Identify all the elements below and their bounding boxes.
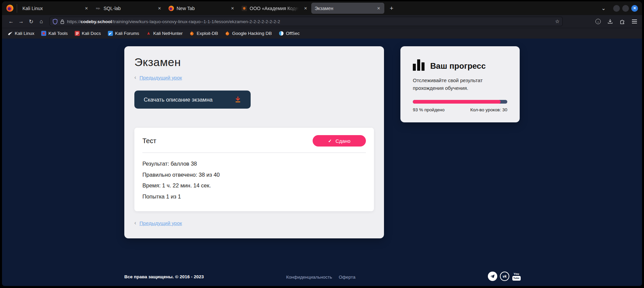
passed-status-badge: ✓ Сдано (313, 135, 366, 147)
bookmark-offsec[interactable]: OffSec (278, 31, 300, 36)
firefox-icon[interactable] (6, 5, 13, 12)
bookmark-kali-docs[interactable]: Kali Docs (74, 31, 101, 36)
result-time: Время: 1 ч. 22 мин. 14 сек. (142, 182, 366, 189)
bookmark-label: Kali NetHunter (153, 31, 183, 36)
bookmark-label: Google Hacking DB (232, 31, 272, 36)
offsec-icon (278, 31, 284, 36)
sql-favicon-icon: SQL (95, 6, 101, 11)
window-close-button[interactable]: ✕ (631, 5, 638, 12)
url-scheme: https:// (67, 19, 81, 24)
bookmark-google-hacking-db[interactable]: Google Hacking DB (225, 31, 272, 36)
test-result-card: Тест ✓ Сдано Результат: баллов 38 Правил… (134, 128, 374, 211)
close-tab-icon[interactable]: ✕ (230, 6, 235, 11)
download-exam-description-button[interactable]: Скачать описание экзамна (134, 91, 251, 109)
url-text[interactable]: https://codeby.school/training/view/kurs… (67, 19, 553, 24)
footer: Все права защищены. © 2016 - 2023 Конфид… (2, 272, 642, 283)
browser-window: Kali Linux ✕ SQL SQL-lab ✕ New Tab ✕ ООО… (2, 1, 642, 286)
bookmark-label: Kali Tools (49, 31, 68, 36)
bookmark-kali-tools[interactable]: Kali Tools (41, 31, 68, 36)
downloads-icon[interactable] (606, 18, 614, 25)
tab-separator (17, 4, 17, 13)
navigation-toolbar: ← → ↻ ⌂ https://codeby.school/training/v… (2, 15, 642, 28)
close-tab-icon[interactable]: ✕ (157, 6, 162, 11)
check-icon: ✓ (328, 138, 332, 143)
result-correct: Правильно отвечено: 38 из 40 (142, 172, 366, 178)
progress-fill (413, 100, 501, 104)
badge-label: Сдано (335, 138, 350, 144)
tab-title: SQL-lab (104, 6, 154, 11)
prev-lesson-row-bottom: ‹ Предыдущий урок (134, 220, 374, 226)
extensions-puzzle-icon[interactable] (619, 18, 626, 25)
result-score: Результат: баллов 38 (142, 161, 366, 167)
bookmark-label: Kali Forums (115, 31, 139, 36)
bookmark-kali-linux[interactable]: Kali Linux (7, 31, 35, 36)
bookmark-star-icon[interactable]: ☆ (555, 18, 560, 24)
bookmark-exploit-db[interactable]: Exploit-DB (189, 31, 218, 36)
progress-percent-label: 93 % пройдено (413, 107, 445, 112)
tab-title: New Tab (177, 6, 228, 11)
offer-link[interactable]: Оферта (339, 275, 356, 280)
tab-kali-linux[interactable]: Kali Linux ✕ (19, 3, 92, 14)
close-tab-icon[interactable]: ✕ (303, 6, 308, 11)
pocket-icon[interactable]: ⌄ (595, 19, 601, 24)
back-button[interactable]: ← (6, 17, 16, 26)
lock-icon[interactable] (60, 19, 64, 24)
divider (142, 153, 366, 153)
page-content: Экзамен ‹ Предыдущий урок Скачать описан… (2, 39, 642, 286)
exploit-db-icon (189, 31, 195, 36)
tab-akademiya-codeby[interactable]: ООО «Академия Кодеба ✕ (238, 3, 311, 14)
list-all-tabs-icon[interactable]: ⌄ (601, 5, 606, 11)
google-hacking-db-icon (225, 31, 230, 36)
kali-forums-icon (108, 31, 113, 36)
maximize-button[interactable] (622, 5, 629, 12)
kali-dragon-icon (7, 31, 13, 36)
prev-lesson-link[interactable]: Предыдущий урок (139, 75, 182, 80)
bookmark-label: OffSec (286, 31, 300, 36)
progress-description: Отслеживайте свой результат прохождения … (413, 76, 497, 92)
prev-lesson-link-bottom[interactable]: Предыдущий урок (139, 220, 182, 226)
lessons-count-label: Кол-во уроков: 30 (470, 107, 507, 112)
reload-button[interactable]: ↻ (26, 17, 36, 26)
firefox-favicon-icon (169, 6, 174, 11)
chevron-left-icon: ‹ (134, 220, 136, 226)
prev-lesson-row: ‹ Предыдущий урок (134, 74, 374, 80)
test-results: Результат: баллов 38 Правильно отвечено:… (142, 161, 366, 200)
tab-new-tab[interactable]: New Tab ✕ (165, 3, 238, 14)
bookmark-kali-nethunter[interactable]: Kali NetHunter (146, 31, 183, 36)
url-path: /training/view/kurs-laquo-osnovy-linux-r… (112, 19, 280, 24)
url-domain: codeby.school (81, 19, 112, 24)
privacy-link[interactable]: Конфиденциальность (286, 275, 332, 280)
vk-icon[interactable]: vk (500, 272, 509, 281)
new-tab-button[interactable]: + (388, 5, 395, 12)
window-controls: ✕ (613, 5, 638, 12)
menu-hamburger-icon[interactable] (631, 18, 638, 25)
tab-title: Kali Linux (22, 6, 81, 11)
bookmark-label: Kali Docs (82, 31, 101, 36)
progress-card: Ваш прогресс Отслеживайте свой результат… (400, 46, 520, 122)
tab-ekzamen-active[interactable]: Экзамен ✕ (311, 3, 384, 14)
minimize-button[interactable] (613, 5, 620, 12)
page-title: Экзамен (134, 56, 374, 69)
download-icon (234, 96, 242, 104)
forward-button[interactable]: → (16, 17, 26, 26)
tracking-shield-icon[interactable] (53, 19, 58, 24)
tab-bar: Kali Linux ✕ SQL SQL-lab ✕ New Tab ✕ ООО… (2, 1, 642, 15)
bookmark-kali-forums[interactable]: Kali Forums (108, 31, 139, 36)
result-attempt: Попытка 1 из 1 (142, 193, 366, 200)
kali-nethunter-icon (146, 31, 151, 36)
tab-sql-lab[interactable]: SQL SQL-lab ✕ (92, 3, 165, 14)
progress-title: Ваш прогресс (430, 61, 486, 71)
close-tab-icon[interactable]: ✕ (84, 6, 89, 11)
bar-chart-icon (413, 59, 425, 71)
copyright-text: Все права защищены. © 2016 - 2023 (124, 274, 204, 279)
youtube-icon[interactable]: You Tube (512, 272, 521, 281)
url-bar[interactable]: https://codeby.school/training/view/kurs… (50, 17, 563, 26)
home-button[interactable]: ⌂ (36, 17, 46, 26)
test-title: Тест (142, 137, 156, 145)
bookmark-label: Exploit-DB (197, 31, 218, 36)
progress-bar (413, 100, 507, 104)
exam-card: Экзамен ‹ Предыдущий урок Скачать описан… (124, 46, 384, 238)
close-tab-icon[interactable]: ✕ (376, 6, 381, 11)
telegram-icon[interactable] (488, 272, 497, 281)
kali-tools-icon (41, 31, 47, 36)
